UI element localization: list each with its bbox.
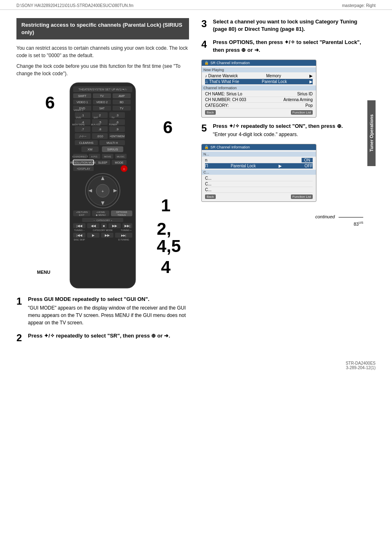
svg-text:◀◀: ◀◀ <box>91 224 96 228</box>
screen2-ch-row1: C... <box>205 176 313 181</box>
screen1-back-btn[interactable]: Back <box>205 110 216 115</box>
svg-text:SHIFT: SHIFT <box>78 95 87 97</box>
svg-text:.3: .3 <box>116 113 119 117</box>
svg-text:.8: .8 <box>99 127 101 131</box>
svg-text:SAT: SAT <box>93 116 98 119</box>
svg-text:MODE: MODE <box>115 161 124 164</box>
screen1-mockup: 🔒 SR Channel Information Now Playing ♪ D… <box>201 60 316 118</box>
sidebar-tuner-ops: Tuner Operations <box>367 100 376 166</box>
svg-text:+ENT/MEM: +ENT/MEM <box>110 135 125 138</box>
step-6-right-label: 6 <box>163 118 173 137</box>
svg-text:DVD: DVD <box>76 116 81 119</box>
step-4-block: 4 Press OPTIONS, then press ✦/✧ to selec… <box>201 39 363 53</box>
screen2-title: SR Channel Information <box>210 145 250 149</box>
step-3-title: Select a channel you want to lock using … <box>213 18 363 33</box>
step-6-left-label: 6 <box>45 93 55 113</box>
svg-text:MOVE: MOVE <box>104 155 111 158</box>
svg-text:.7: .7 <box>81 127 84 131</box>
screen1-titlebar: 🔒 SR Channel Information <box>202 60 316 66</box>
screen1-function-list-btn[interactable]: Function List <box>291 110 313 115</box>
step-1-label: 1 <box>161 196 171 215</box>
screen2-footer: Back Function List <box>205 194 313 199</box>
svg-text:SLEEP: SLEEP <box>98 161 108 164</box>
svg-text:VIDEO 1: VIDEO 1 <box>76 101 88 104</box>
svg-text:MULTI H: MULTI H <box>106 141 118 144</box>
screen2-back-btn[interactable]: Back <box>205 194 216 199</box>
svg-text:M.A./CD: M.A./CD <box>91 123 101 126</box>
svg-text:.0/10: .0/10 <box>97 135 103 138</box>
svg-text:TUNING –: TUNING – <box>74 229 85 231</box>
step-1-number: 1 <box>16 296 25 306</box>
header-left: D:\SONY HA\3289204121\01US-STRDA2400ESUC… <box>16 3 134 8</box>
svg-text:SAT: SAT <box>99 107 105 110</box>
svg-text:TUNING +: TUNING + <box>121 229 131 231</box>
svg-text:OPTIONS: OPTIONS <box>116 211 127 213</box>
step-3-block: 3 Select a channel you want to lock usin… <box>201 18 363 33</box>
page-number: 83US <box>201 221 363 227</box>
svg-text:VIDEO 1: VIDEO 1 <box>74 109 83 111</box>
screen1-footer: Back Function List <box>205 110 313 115</box>
svg-text:TV: TV <box>100 95 104 97</box>
svg-text:ICH/ADIRECT: ICH/ADIRECT <box>72 155 88 158</box>
svg-text:TOOLS: TOOLS <box>118 214 126 216</box>
svg-text:TV: TV <box>120 107 124 110</box>
svg-text:+RETURN: +RETURN <box>76 211 88 213</box>
screen2-titlebar: 🔒 SR Channel Information <box>202 144 316 150</box>
svg-text:← CATEGORY +: ← CATEGORY + <box>93 219 112 222</box>
svg-text:D.TUNING: D.TUNING <box>118 238 129 241</box>
left-column: Restricting access to specific channels … <box>16 18 189 349</box>
screen2-channel-section: C... <box>202 170 316 175</box>
screen2-section: N... <box>202 152 316 157</box>
step-5-title: Press ✦/✧ repeatedly to select "ON", the… <box>213 123 363 130</box>
remote-diagram: 6 6 1 2, 4,5 4 MENU THEATER/SYSTEM SET U… <box>58 81 148 296</box>
continued-text: continued <box>201 214 363 219</box>
screen2-icon: 🔒 <box>204 145 209 149</box>
step-3-number: 3 <box>201 19 210 29</box>
svg-text:▶: ▶ <box>92 234 95 237</box>
right-column: Tuner Operations 3 Select a channel you … <box>201 18 376 349</box>
svg-text:▶▶|: ▶▶| <box>125 224 130 228</box>
header-right: masterpage: Right <box>342 3 376 8</box>
step-4-label: 4 <box>161 257 171 277</box>
step-245-label: 2, 4,5 <box>157 220 181 255</box>
screen2-ch-row3: C... <box>205 187 313 193</box>
svg-text:RESOLUTION MODE: RESOLUTION MODE <box>70 161 97 164</box>
footer-model: STR-DA2400ES <box>16 361 376 365</box>
step-4-title: Press OPTIONS, then press ✦/✧ to select … <box>213 39 363 53</box>
step-1-title: Press GUI MODE repeatedly to select "GUI… <box>28 296 189 303</box>
svg-text:VIDEO 2: VIDEO 2 <box>96 101 108 104</box>
svg-text:A.P.D.: A.P.D. <box>91 155 98 158</box>
svg-text:2: 2 <box>99 113 101 117</box>
page-header: D:\SONY HA\3289204121\01US-STRDA2400ESUC… <box>0 0 392 10</box>
step-2-block: 2 Press ✦/✧ repeatedly to select "SR", t… <box>16 332 189 343</box>
svg-text:.9: .9 <box>116 127 119 131</box>
svg-text:MOV TAPE: MOV TAPE <box>72 123 85 126</box>
intro-text-1: You can restrict access to certain chann… <box>16 44 189 59</box>
svg-text:TV: TV <box>111 116 115 119</box>
screen1-chname-row: CH NAME: Sirius Lo Sirius ID <box>205 91 313 97</box>
svg-text:+: + <box>101 189 104 194</box>
svg-text:▶▶: ▶▶ <box>112 224 118 228</box>
svg-text:XM: XM <box>88 148 92 151</box>
screen2-function-list-btn[interactable]: Function List <box>291 194 313 199</box>
step-1-block: 1 Press GUI MODE repeatedly to select "G… <box>16 296 189 326</box>
svg-text:CLEAR/HS: CLEAR/HS <box>79 141 93 144</box>
screen2-ch-row2: C... <box>205 181 313 187</box>
screen1-now-playing-section: Now Playing <box>202 67 316 72</box>
screen1-artist-row: ♪ Dianne Warwick Memory ▶ <box>205 73 313 79</box>
section-title: Restricting access to specific channels … <box>16 18 189 39</box>
page-footer: STR-DA2400ES 3-289-204-12(1) <box>0 357 392 374</box>
screen1-chnumber-row: CH NUMBER: CH 003 Antenna Arming <box>205 97 313 103</box>
svg-text:|◀◀: |◀◀ <box>76 234 83 237</box>
screen2-mockup: 🔒 SR Channel Information N... n ON П Par… <box>201 144 316 202</box>
svg-text:◆ MENU: ◆ MENU <box>96 214 106 216</box>
step-5-body: "Enter your 4-digit lock code." appears. <box>213 131 363 138</box>
svg-text:THEATER/SYSTEM SET UP  AV1/✦/○: THEATER/SYSTEM SET UP AV1/✦/○ <box>78 88 127 91</box>
step-2-number: 2 <box>16 333 25 343</box>
svg-text:DISC SKIP: DISC SKIP <box>74 238 85 241</box>
intro-text-2: Change the lock code before you use this… <box>16 62 189 77</box>
page-end: continued 83US <box>201 214 363 227</box>
svg-text:+HOME: +HOME <box>96 211 105 213</box>
step-1-body: "GUI MODE" appears on the display window… <box>28 304 189 326</box>
svg-text:▶▶: ▶▶ <box>105 234 110 237</box>
